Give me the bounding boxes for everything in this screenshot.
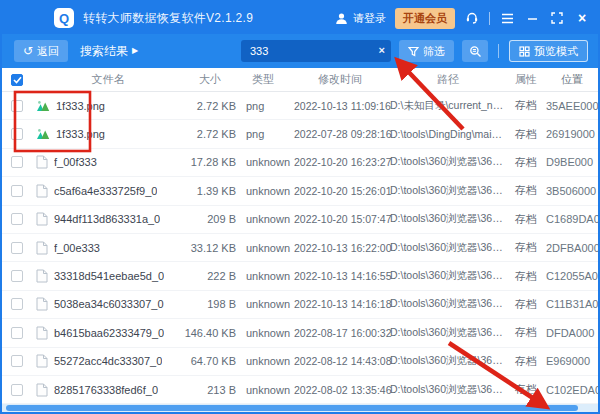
file-path: D:\tools\360浏览器\360ChromeX\Chrome\...: [390, 269, 506, 283]
file-attr: 存档: [506, 354, 546, 369]
file-name: 1f333.png: [56, 128, 105, 140]
row-checkbox[interactable]: [11, 270, 23, 282]
table-row[interactable]: f_00f333 17.28 KB unknown 2022-10-20 16:…: [2, 149, 598, 177]
file-location: E969000: [546, 355, 598, 367]
image-file-icon: [36, 99, 50, 113]
horizontal-scrollbar[interactable]: [2, 404, 598, 412]
open-vip-button[interactable]: 开通会员: [395, 8, 455, 29]
file-path: D:\tools\360浏览器\360ChromeX\Chrome\...: [390, 354, 506, 368]
maximize-button[interactable]: [549, 10, 565, 26]
file-location: 35AEE000: [546, 100, 600, 112]
file-attr: 存档: [506, 127, 546, 142]
file-type: unknown: [236, 242, 290, 254]
horizontal-scrollbar-thumb[interactable]: [6, 405, 578, 411]
table-row[interactable]: 944df113d863331a_0 209 B unknown 2022-10…: [2, 206, 598, 234]
column-header-attr[interactable]: 属性: [506, 72, 546, 87]
column-header-size[interactable]: 大小: [184, 72, 236, 87]
table-row[interactable]: 82851763338fed6f_0 213 B unknown 2022-08…: [2, 376, 598, 404]
caret-right-icon: ▶: [132, 47, 138, 55]
file-location: C102EDA0: [546, 384, 600, 396]
file-type: png: [236, 128, 290, 140]
file-name: 1f333.png: [56, 100, 105, 112]
row-checkbox[interactable]: [11, 327, 23, 339]
file-attr: 存档: [506, 269, 546, 284]
row-checkbox[interactable]: [11, 156, 23, 168]
unknown-file-icon: [36, 383, 48, 397]
clear-search-icon[interactable]: ×: [379, 44, 385, 57]
table-row[interactable]: 1f333.png 2.72 KB png 2022-07-28 09:28:1…: [2, 120, 598, 148]
file-mtime: 2022-08-17 16:00:32: [290, 327, 390, 339]
file-path: D:\tools\DingDing\main\current\uiresourc…: [390, 128, 506, 140]
toolbar-separator: [498, 44, 499, 58]
file-path: D:\tools\360浏览器\360ChromeX\Chrome\...: [390, 212, 506, 226]
row-checkbox[interactable]: [11, 185, 23, 197]
file-name: f_00e333: [54, 242, 100, 254]
back-button[interactable]: ↺ 返回: [14, 40, 68, 62]
funnel-icon: [408, 45, 419, 57]
filter-button[interactable]: 筛选: [399, 40, 454, 62]
minimize-button[interactable]: [524, 10, 540, 26]
unknown-file-icon: [36, 326, 48, 340]
file-size: 146.40 KB: [184, 327, 236, 339]
column-header-mtime[interactable]: 修改时间: [290, 72, 390, 87]
search-settings-button[interactable]: [462, 40, 488, 62]
file-size: 17.28 KB: [184, 156, 236, 168]
file-mtime: 2022-08-12 14:43:08: [290, 355, 390, 367]
select-all-checkbox[interactable]: [11, 74, 23, 86]
row-checkbox[interactable]: [11, 355, 23, 367]
row-checkbox[interactable]: [11, 128, 23, 140]
preview-mode-button[interactable]: 预览模式: [509, 40, 588, 62]
row-checkbox[interactable]: [11, 298, 23, 310]
app-window: Q 转转大师数据恢复软件V2.1.2.9 请登录 开通会员: [0, 0, 600, 414]
table-body: 1f333.png 2.72 KB png 2022-10-13 11:09:1…: [2, 92, 598, 404]
file-path: D:\tools\360浏览器\360ChromeX\Chrome\...: [390, 155, 506, 169]
login-button[interactable]: 请登录: [333, 10, 386, 26]
column-header-filename[interactable]: 文件名: [32, 72, 184, 87]
column-header-location[interactable]: 位置: [546, 72, 598, 87]
file-type: png: [236, 100, 290, 112]
file-name: 944df113d863331a_0: [54, 213, 160, 225]
table-row[interactable]: 33318d541eebae5d_0 222 B unknown 2022-10…: [2, 262, 598, 290]
file-location: 26919000: [546, 128, 600, 140]
file-path: D:\tools\360浏览器\360ChromeX\Chrome\...: [390, 383, 506, 397]
file-name: b4615baa62333479_0: [54, 327, 164, 339]
title-bar: Q 转转大师数据恢复软件V2.1.2.9 请登录 开通会员: [2, 2, 598, 34]
table-row[interactable]: 55272acc4dc33307_0 64.70 KB unknown 2022…: [2, 348, 598, 376]
file-location: C12055A0: [546, 270, 600, 282]
file-path: D:\tools\360浏览器\360ChromeX\Chrome\...: [390, 184, 506, 198]
back-arrow-icon: ↺: [23, 45, 33, 57]
file-mtime: 2022-10-13 16:22:00: [290, 242, 390, 254]
row-checkbox[interactable]: [11, 100, 23, 112]
row-checkbox[interactable]: [11, 242, 23, 254]
file-mtime: 2022-10-13 14:16:18: [290, 298, 390, 310]
file-type: unknown: [236, 213, 290, 225]
user-icon: [333, 10, 349, 26]
close-button[interactable]: ×: [574, 10, 590, 26]
column-header-path[interactable]: 路径: [390, 72, 506, 87]
file-name: 55272acc4dc33307_0: [54, 355, 162, 367]
table-row[interactable]: 1f333.png 2.72 KB png 2022-10-13 11:09:1…: [2, 92, 598, 120]
file-name: 33318d541eebae5d_0: [54, 270, 164, 282]
file-attr: 存档: [506, 382, 546, 397]
row-checkbox[interactable]: [11, 213, 23, 225]
table-row[interactable]: 5038ea34c6033307_0 198 B unknown 2022-10…: [2, 291, 598, 319]
unknown-file-icon: [36, 354, 48, 368]
table-header: 文件名 大小 类型 修改时间 路径 属性 位置: [2, 68, 598, 92]
file-path: D:\tools\360浏览器\360ChromeX\Chrome\...: [390, 297, 506, 311]
column-header-type[interactable]: 类型: [236, 72, 290, 87]
app-title: 转转大师数据恢复软件V2.1.2.9: [83, 10, 253, 27]
table-row[interactable]: f_00e333 33.12 KB unknown 2022-10-13 16:…: [2, 234, 598, 262]
file-mtime: 2022-10-20 15:07:47: [290, 213, 390, 225]
file-size: 2.72 KB: [184, 100, 236, 112]
table-row[interactable]: b4615baa62333479_0 146.40 KB unknown 202…: [2, 319, 598, 347]
check-icon: [13, 76, 22, 84]
search-input[interactable]: [241, 45, 391, 57]
row-checkbox[interactable]: [11, 384, 23, 396]
file-type: unknown: [236, 327, 290, 339]
menu-icon[interactable]: [499, 10, 515, 26]
file-path: D:\tools\360浏览器\360ChromeX\Chrome\...: [390, 241, 506, 255]
file-name: c5af6a4e333725f9_0: [54, 185, 157, 197]
table-row[interactable]: c5af6a4e333725f9_0 1.39 KB unknown 2022-…: [2, 177, 598, 205]
file-size: 2.72 KB: [184, 128, 236, 140]
customer-service-icon[interactable]: [464, 10, 480, 26]
